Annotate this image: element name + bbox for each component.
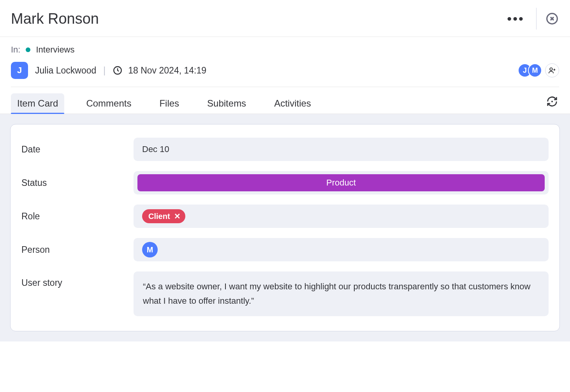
person-plus-icon bbox=[548, 66, 556, 74]
field-label: Date bbox=[21, 144, 123, 155]
field-label: Status bbox=[21, 178, 123, 188]
role-cell[interactable]: Client ✕ bbox=[134, 205, 549, 228]
person-avatar: M bbox=[142, 242, 158, 257]
user-story-value[interactable]: “As a website owner, I want my website t… bbox=[134, 271, 549, 316]
close-button[interactable] bbox=[545, 12, 559, 26]
field-label: User story bbox=[21, 271, 123, 288]
field-person: Person M bbox=[21, 235, 549, 264]
divider bbox=[536, 8, 537, 30]
item-card: Date Dec 10 Status Product Role Client bbox=[10, 124, 560, 331]
field-user-story: User story “As a website owner, I want m… bbox=[21, 268, 549, 319]
viewer-avatar[interactable]: M bbox=[528, 63, 542, 77]
field-label: Role bbox=[21, 211, 123, 222]
field-date: Date Dec 10 bbox=[21, 135, 549, 164]
tab-subitems[interactable]: Subitems bbox=[201, 93, 252, 114]
page-title: Mark Ronson bbox=[11, 10, 99, 27]
tab-comments[interactable]: Comments bbox=[80, 93, 137, 114]
tabs-row: Item Card Comments Files Subitems Activi… bbox=[0, 87, 570, 114]
board-name[interactable]: Interviews bbox=[36, 45, 74, 55]
item-meta: In: Interviews J Julia Lockwood | 18 Nov… bbox=[0, 37, 570, 87]
board-color-dot bbox=[26, 47, 30, 52]
created-datetime: 18 Nov 2024, 14:19 bbox=[128, 65, 206, 76]
remove-chip-icon[interactable]: ✕ bbox=[174, 212, 181, 221]
in-label: In: bbox=[11, 45, 20, 55]
header: Mark Ronson ••• bbox=[0, 0, 570, 37]
role-chip: Client ✕ bbox=[142, 209, 185, 223]
status-badge: Product bbox=[137, 174, 545, 191]
person-cell[interactable]: M bbox=[134, 238, 549, 261]
date-value[interactable]: Dec 10 bbox=[134, 138, 549, 161]
svg-point-3 bbox=[551, 101, 553, 102]
viewers: J M bbox=[518, 63, 559, 77]
item-body: Date Dec 10 Status Product Role Client bbox=[0, 114, 570, 341]
tab-activities[interactable]: Activities bbox=[268, 93, 317, 114]
more-menu-button[interactable]: ••• bbox=[504, 16, 528, 21]
field-label: Person bbox=[21, 245, 123, 255]
refresh-icon bbox=[546, 96, 558, 107]
field-status: Status Product bbox=[21, 168, 549, 198]
svg-point-2 bbox=[550, 68, 552, 70]
status-cell[interactable]: Product bbox=[134, 171, 549, 194]
refresh-button[interactable] bbox=[545, 94, 559, 108]
add-viewer-button[interactable] bbox=[545, 63, 559, 77]
tab-files[interactable]: Files bbox=[153, 93, 185, 114]
separator: | bbox=[103, 65, 106, 76]
author-name: Julia Lockwood bbox=[35, 65, 96, 76]
close-icon bbox=[546, 12, 558, 25]
clock-icon bbox=[113, 65, 123, 75]
field-role: Role Client ✕ bbox=[21, 201, 549, 231]
author-avatar[interactable]: J bbox=[11, 62, 28, 79]
tab-item-card[interactable]: Item Card bbox=[11, 93, 64, 114]
